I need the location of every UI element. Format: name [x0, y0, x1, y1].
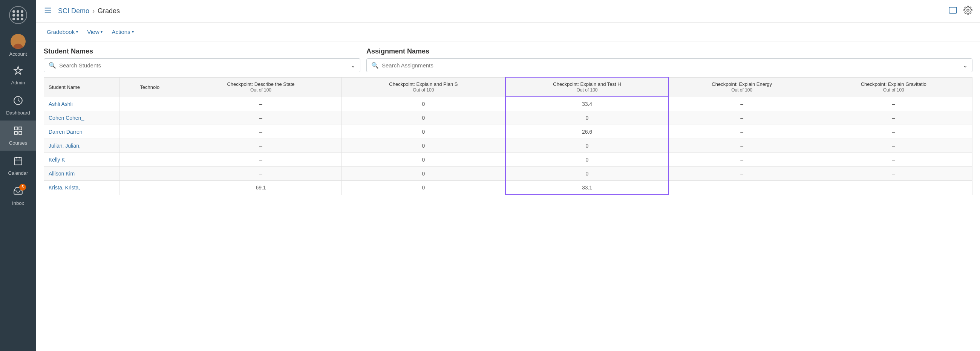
col-header-technolo: Technolo [119, 77, 180, 97]
col-header-energy: Checkpoint: Explain Energy Out of 100 [669, 77, 815, 97]
sidebar-item-label: Account [10, 51, 27, 57]
plan-cell: 0 [342, 111, 506, 125]
state-cell: – [180, 167, 342, 181]
svg-rect-7 [14, 157, 22, 165]
panel-headers: Student Names Assignment Names [44, 48, 972, 56]
actions-button[interactable]: Actions ▾ [108, 27, 137, 37]
technolo-cell [119, 125, 180, 139]
svg-rect-3 [14, 127, 18, 130]
col-header-gravitation: Checkpoint: Explain Gravitatio Out of 10… [815, 77, 972, 97]
sidebar-item-calendar[interactable]: Calendar [0, 151, 36, 181]
search-assignments-icon: 🔍 [371, 62, 379, 69]
technolo-cell [119, 97, 180, 111]
view-label: View [87, 29, 99, 35]
student-search-box[interactable]: 🔍 ⌄ [44, 59, 360, 72]
svg-rect-5 [19, 132, 22, 135]
energy-cell: – [669, 111, 815, 125]
svg-rect-6 [14, 132, 18, 135]
gravitation-cell: – [815, 125, 972, 139]
energy-cell: – [669, 153, 815, 167]
sidebar-item-dashboard[interactable]: Dashboard [0, 91, 36, 121]
energy-cell: – [669, 139, 815, 153]
student-name-cell[interactable]: Julian, Julian, [44, 139, 119, 153]
student-name-cell[interactable]: Darren Darren [44, 125, 119, 139]
student-name-cell[interactable]: Cohen Cohen_ [44, 111, 119, 125]
col-header-student: Student Name [44, 77, 119, 97]
sidebar-item-label: Admin [11, 80, 25, 86]
energy-cell: – [669, 97, 815, 111]
table-row: Ashli Ashli – 0 33.4 – – [44, 97, 972, 111]
gradebook-button[interactable]: Gradebook ▾ [44, 27, 81, 37]
sidebar-item-label: Courses [9, 140, 27, 146]
inbox-badge-count: 5 [19, 184, 26, 191]
view-button[interactable]: View ▾ [84, 27, 105, 37]
energy-cell: – [669, 181, 815, 195]
technolo-cell [119, 181, 180, 195]
gravitation-cell: – [815, 181, 972, 195]
test-cell: 0 [506, 153, 669, 167]
student-name-cell[interactable]: Allison Kim [44, 167, 119, 181]
search-icon: 🔍 [49, 62, 56, 69]
state-cell: – [180, 153, 342, 167]
sidebar-item-inbox[interactable]: 5 Inbox [0, 181, 36, 211]
plan-cell: 0 [342, 153, 506, 167]
svg-point-15 [967, 9, 969, 11]
inbox-icon: 5 [13, 186, 23, 198]
state-cell: – [180, 97, 342, 111]
student-name-cell[interactable]: Ashli Ashli [44, 97, 119, 111]
gravitation-cell: – [815, 97, 972, 111]
state-cell: – [180, 125, 342, 139]
energy-cell: – [669, 167, 815, 181]
avatar [11, 34, 25, 49]
technolo-cell [119, 153, 180, 167]
content-area: Student Names Assignment Names 🔍 ⌄ 🔍 ⌄ [36, 41, 980, 351]
sidebar-item-label: Calendar [8, 170, 28, 176]
svg-rect-14 [949, 7, 957, 13]
sidebar-item-label: Dashboard [6, 110, 30, 116]
test-cell: 0 [506, 111, 669, 125]
search-assignments-input[interactable] [382, 62, 959, 68]
student-name-cell[interactable]: Krista, Krista, [44, 181, 119, 195]
student-search-container: 🔍 ⌄ [44, 59, 360, 72]
breadcrumb: SCI Demo › Grades [58, 7, 120, 15]
gravitation-cell: – [815, 153, 972, 167]
plan-cell: 0 [342, 181, 506, 195]
student-names-header: Student Names [44, 48, 360, 56]
technolo-cell [119, 167, 180, 181]
courses-icon [13, 126, 23, 138]
logo-circle [9, 6, 27, 24]
actions-label: Actions [111, 29, 130, 35]
view-caret: ▾ [101, 30, 102, 34]
hamburger-menu[interactable] [44, 6, 52, 16]
settings-icon[interactable] [963, 6, 972, 17]
table-row: Darren Darren – 0 26.6 – – [44, 125, 972, 139]
topbar-right [948, 6, 972, 17]
table-row: Cohen Cohen_ – 0 0 – – [44, 111, 972, 125]
test-cell: 33.1 [506, 181, 669, 195]
sidebar-item-admin[interactable]: Admin [0, 60, 36, 91]
plan-cell: 0 [342, 97, 506, 111]
test-cell: 33.4 [506, 97, 669, 111]
sidebar-item-courses[interactable]: Courses [0, 121, 36, 151]
svg-point-0 [13, 43, 23, 48]
test-cell: 0 [506, 167, 669, 181]
keyboard-shortcut-icon[interactable] [948, 6, 958, 17]
col-header-plan: Checkpoint: Explain and Plan S Out of 10… [342, 77, 506, 97]
sidebar-item-account[interactable]: Account [0, 30, 36, 60]
calendar-icon [13, 156, 23, 168]
plan-cell: 0 [342, 167, 506, 181]
assignment-search-container: 🔍 ⌄ [360, 59, 972, 72]
technolo-cell [119, 139, 180, 153]
student-name-cell[interactable]: Kelly K [44, 153, 119, 167]
state-cell: 69.1 [180, 181, 342, 195]
student-dropdown-arrow[interactable]: ⌄ [350, 62, 355, 69]
gradebook-caret: ▾ [76, 30, 78, 34]
breadcrumb-link[interactable]: SCI Demo [58, 7, 89, 15]
search-students-input[interactable] [59, 62, 347, 68]
breadcrumb-current: Grades [98, 7, 120, 15]
table-row: Krista, Krista, 69.1 0 33.1 – – [44, 181, 972, 195]
assignment-dropdown-arrow[interactable]: ⌄ [963, 62, 967, 69]
assignment-search-box[interactable]: 🔍 ⌄ [366, 59, 972, 72]
plan-cell: 0 [342, 125, 506, 139]
toolbar: Gradebook ▾ View ▾ Actions ▾ [36, 22, 980, 41]
